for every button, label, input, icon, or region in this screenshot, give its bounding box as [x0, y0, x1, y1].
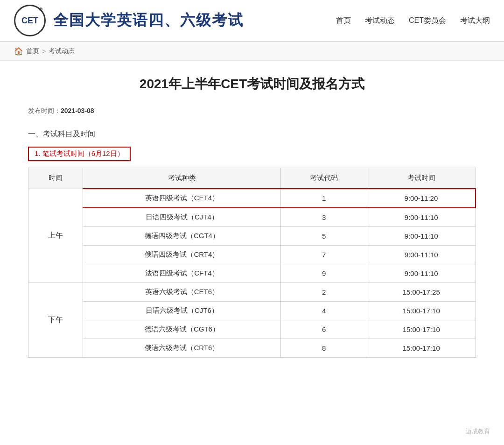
breadcrumb-separator: >: [42, 48, 46, 55]
logo-area: CET 全国大学英语四、六级考试: [14, 5, 244, 36]
col-header: 时间: [28, 168, 83, 189]
nav-item-CET委员会[interactable]: CET委员会: [409, 16, 446, 26]
header-row: 时间考试种类考试代码考试时间: [28, 168, 476, 189]
table-row: 日语六级考试（CJT6）415:00-17:10: [28, 302, 476, 320]
table-header: 时间考试种类考试代码考试时间: [28, 168, 476, 189]
period-cell: 下午: [28, 283, 83, 358]
subsection1-label: 1. 笔试考试时间（6月12日）: [28, 147, 131, 161]
breadcrumb-current: 考试动态: [49, 47, 75, 56]
exam-time: 15:00-17:10: [367, 320, 476, 339]
site-title: 全国大学英语四、六级考试: [53, 10, 244, 31]
col-header: 考试代码: [281, 168, 367, 189]
table-body: 上午英语四级考试（CET4）19:00-11:20日语四级考试（CJT4）39:…: [28, 189, 476, 358]
table-row: 德语四级考试（CGT4）59:00-11:10: [28, 227, 476, 246]
exam-name: 德语六级考试（CGT6）: [83, 320, 281, 339]
exam-name: 法语四级考试（CFT4）: [83, 264, 281, 283]
exam-time: 15:00-17:10: [367, 339, 476, 358]
main-content: 2021年上半年CET考试时间及报名方式 发布时间：2021-03-08 一、考…: [0, 61, 504, 386]
table-row: 德语六级考试（CGT6）615:00-17:10: [28, 320, 476, 339]
table-row: 俄语四级考试（CRT4）79:00-11:10: [28, 246, 476, 264]
exam-code: 1: [281, 189, 367, 208]
section1-title: 一、考试科目及时间: [28, 129, 476, 139]
table-row: 俄语六级考试（CRT6）815:00-17:10: [28, 339, 476, 358]
col-header: 考试时间: [367, 168, 476, 189]
exam-time: 15:00-17:10: [367, 302, 476, 320]
exam-name: 日语四级考试（CJT4）: [83, 208, 281, 227]
logo-text: CET: [21, 16, 38, 26]
cet-logo: CET: [14, 5, 46, 36]
exam-code: 4: [281, 302, 367, 320]
exam-code: 9: [281, 264, 367, 283]
publish-date-value: 2021-03-08: [61, 107, 94, 114]
breadcrumb: 🏠 首页 > 考试动态: [0, 42, 504, 61]
breadcrumb-home-link[interactable]: 首页: [26, 47, 39, 56]
table-row: 日语四级考试（CJT4）39:00-11:10: [28, 208, 476, 227]
article-title: 2021年上半年CET考试时间及报名方式: [28, 75, 476, 93]
exam-code: 6: [281, 320, 367, 339]
exam-name: 日语六级考试（CJT6）: [83, 302, 281, 320]
publish-date-area: 发布时间：2021-03-08: [28, 107, 476, 115]
nav-item-首页[interactable]: 首页: [336, 16, 351, 26]
exam-code: 8: [281, 339, 367, 358]
exam-name: 德语四级考试（CGT4）: [83, 227, 281, 246]
table-row: 上午英语四级考试（CET4）19:00-11:20: [28, 189, 476, 208]
period-cell: 上午: [28, 189, 83, 283]
exam-schedule-table: 时间考试种类考试代码考试时间 上午英语四级考试（CET4）19:00-11:20…: [28, 168, 476, 358]
publish-label: 发布时间：: [28, 107, 61, 114]
exam-time: 9:00-11:10: [367, 208, 476, 227]
exam-time: 15:00-17:25: [367, 283, 476, 302]
exam-name: 英语四级考试（CET4）: [83, 189, 281, 208]
exam-code: 2: [281, 283, 367, 302]
exam-code: 3: [281, 208, 367, 227]
exam-code: 5: [281, 227, 367, 246]
main-nav: 首页考试动态CET委员会考试大纲: [336, 16, 490, 26]
exam-name: 俄语四级考试（CRT4）: [83, 246, 281, 264]
table-row: 下午英语六级考试（CET6）215:00-17:25: [28, 283, 476, 302]
exam-time: 9:00-11:20: [367, 189, 476, 208]
exam-time: 9:00-11:10: [367, 246, 476, 264]
home-icon: 🏠: [14, 47, 23, 56]
exam-name: 俄语六级考试（CRT6）: [83, 339, 281, 358]
exam-time: 9:00-11:10: [367, 264, 476, 283]
site-header: CET 全国大学英语四、六级考试 首页考试动态CET委员会考试大纲: [0, 0, 504, 42]
nav-item-考试大纲[interactable]: 考试大纲: [460, 16, 490, 26]
table-row: 法语四级考试（CFT4）99:00-11:10: [28, 264, 476, 283]
nav-item-考试动态[interactable]: 考试动态: [365, 16, 395, 26]
exam-time: 9:00-11:10: [367, 227, 476, 246]
exam-name: 英语六级考试（CET6）: [83, 283, 281, 302]
col-header: 考试种类: [83, 168, 281, 189]
exam-code: 7: [281, 246, 367, 264]
